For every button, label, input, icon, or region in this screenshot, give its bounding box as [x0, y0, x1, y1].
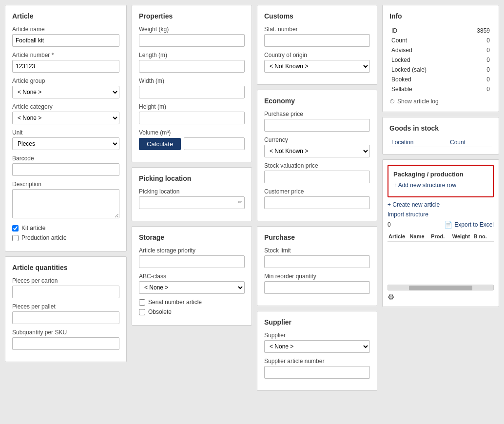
create-new-article-link[interactable]: + Create new article: [388, 201, 494, 208]
unit-select[interactable]: Pieces: [12, 137, 119, 150]
stat-number-input[interactable]: [264, 34, 370, 47]
customer-price-label: Customer price: [264, 188, 370, 195]
info-table: ID 3859 Count 0 Advised 0 Locked 0: [389, 26, 492, 94]
barcode-label: Barcode: [12, 155, 119, 162]
weight-label: Weight (kg): [139, 26, 245, 33]
packaging-count: 0: [388, 221, 391, 228]
excel-icon: 📄: [444, 221, 452, 229]
col-name: Name: [410, 233, 429, 239]
import-structure-link[interactable]: Import structure: [388, 211, 494, 218]
weight-input[interactable]: [139, 34, 245, 47]
barcode-input[interactable]: [12, 163, 119, 176]
article-name-input[interactable]: [12, 34, 119, 47]
subquantity-label: Subquantity per SKU: [12, 329, 119, 336]
description-textarea[interactable]: [12, 189, 119, 218]
picking-location-label: Picking location: [139, 188, 245, 195]
settings-gear-icon[interactable]: ⚙: [388, 292, 494, 302]
country-select[interactable]: < Not Known >: [264, 60, 370, 73]
length-input[interactable]: [139, 60, 245, 73]
locked-label: Locked: [389, 55, 461, 65]
height-input[interactable]: [139, 112, 245, 124]
obsolete-checkbox[interactable]: [139, 309, 145, 315]
locked-sale-value: 0: [461, 65, 492, 75]
stock-val-label: Stock valuation price: [264, 162, 370, 169]
picking-location-input[interactable]: [139, 196, 245, 209]
packaging-table-header: Article Name Prod. Weight B no.: [388, 231, 494, 242]
col-prod: Prod.: [431, 233, 450, 239]
width-label: Width (m): [139, 77, 245, 84]
locked-sale-label: Locked (sale): [389, 65, 461, 75]
article-quantities-title: Article quantities: [12, 264, 119, 271]
article-category-select[interactable]: < None >: [12, 112, 119, 124]
booked-value: 0: [461, 75, 492, 84]
count-value: 0: [461, 36, 492, 45]
picking-location-title: Picking location: [139, 174, 245, 182]
purchase-price-input[interactable]: [264, 119, 370, 132]
article-title: Article: [12, 12, 119, 20]
stock-limit-input[interactable]: [264, 255, 370, 268]
article-number-input[interactable]: [12, 60, 119, 73]
booked-label: Booked: [389, 75, 461, 84]
min-reorder-label: Min reorder quantity: [264, 273, 370, 280]
count-header: Count: [448, 138, 492, 147]
col-article: Article: [388, 233, 408, 239]
col-weight: Weight: [452, 233, 472, 239]
article-number-label: Article number *: [12, 52, 119, 58]
height-label: Height (m): [139, 103, 245, 110]
id-label: ID: [389, 26, 461, 36]
location-header: Location: [389, 138, 448, 147]
scrollbar-thumb: [409, 286, 472, 290]
supplier-article-number-input[interactable]: [264, 366, 370, 379]
advised-value: 0: [461, 45, 492, 55]
pieces-per-pallet-label: Pieces per pallet: [12, 303, 119, 310]
pieces-per-pallet-input[interactable]: [12, 311, 119, 324]
width-input[interactable]: [139, 86, 245, 98]
kit-article-label: Kit article: [21, 225, 45, 231]
count-label: Count: [389, 36, 461, 45]
pieces-per-carton-input[interactable]: [12, 286, 119, 298]
supplier-select[interactable]: < None >: [264, 340, 370, 353]
customs-title: Customs: [264, 12, 370, 20]
customer-price-input[interactable]: [264, 196, 370, 209]
sellable-label: Sellable: [389, 84, 461, 94]
calculate-button[interactable]: Calculate: [139, 138, 181, 150]
storage-priority-label: Article storage priority: [139, 247, 245, 254]
production-article-label: Production article: [21, 234, 67, 241]
supplier-title: Supplier: [264, 318, 370, 326]
stat-number-label: Stat. number: [264, 26, 370, 33]
purchase-price-label: Purchase price: [264, 111, 370, 117]
col-b-no: B no.: [473, 233, 493, 239]
serial-number-label: Serial number article: [148, 299, 202, 306]
production-article-checkbox[interactable]: [12, 235, 19, 241]
advised-label: Advised: [389, 45, 461, 55]
serial-number-checkbox[interactable]: [139, 299, 145, 306]
locked-value: 0: [461, 55, 492, 65]
export-label: Export to Excel: [454, 221, 494, 228]
add-structure-row-link[interactable]: + Add new structure row: [393, 182, 488, 189]
stock-val-input[interactable]: [264, 171, 370, 183]
article-category-label: Article category: [12, 103, 119, 110]
kit-article-checkbox[interactable]: [12, 225, 19, 231]
currency-select[interactable]: < Not Known >: [264, 145, 370, 157]
economy-title: Economy: [264, 97, 370, 105]
picking-location-icon: ✏: [238, 199, 242, 205]
show-article-log-link[interactable]: ⏲ Show article log: [389, 98, 492, 105]
article-group-label: Article group: [12, 77, 119, 84]
article-group-select[interactable]: < None >: [12, 86, 119, 98]
subquantity-input[interactable]: [12, 337, 119, 350]
id-value: 3859: [461, 26, 492, 36]
packaging-title: Packaging / production: [393, 171, 488, 178]
horizontal-scrollbar[interactable]: [388, 285, 494, 290]
abc-select[interactable]: < None >: [139, 281, 245, 294]
export-excel-button[interactable]: 📄 Export to Excel: [444, 221, 494, 229]
storage-priority-input[interactable]: [139, 255, 245, 268]
min-reorder-input[interactable]: [264, 281, 370, 294]
volume-input[interactable]: [184, 137, 245, 150]
clock-icon: ⏲: [389, 98, 395, 105]
info-title: Info: [389, 12, 492, 20]
sellable-value: 0: [461, 84, 492, 94]
unit-label: Unit: [12, 129, 119, 136]
properties-title: Properties: [139, 12, 245, 20]
storage-title: Storage: [139, 233, 245, 241]
obsolete-label: Obsolete: [148, 308, 172, 315]
